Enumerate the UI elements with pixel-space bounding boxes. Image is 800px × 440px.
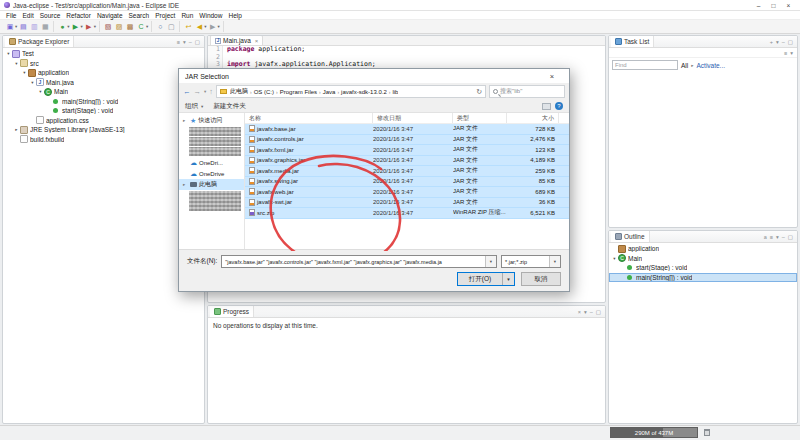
file-row[interactable]: javafx.media.jar2020/1/16 3:47JAR 文件259 … [245,166,569,177]
code-editor[interactable]: 123 package application;import javafx.ap… [208,46,605,69]
sidebar-item[interactable]: ☁OneDri... [179,157,244,168]
maximize-button[interactable]: □ [766,0,781,11]
dropdown-icon[interactable]: ▾ [218,24,220,29]
expander-icon[interactable]: ▾ [13,61,20,66]
sort-icon[interactable]: a [764,234,767,240]
column-header[interactable]: 名称 [245,113,373,123]
maximize-view-icon[interactable]: ▢ [195,39,200,45]
sidebar-item[interactable]: ☁OneDrive [179,168,244,179]
file-row[interactable]: javafx.base.jar2020/1/16 3:47JAR 文件728 K… [245,124,569,135]
file-row[interactable]: javafx-swt.jar2020/1/16 3:47JAR 文件36 KB [245,198,569,209]
new-package-icon[interactable]: ▩ [125,22,135,32]
coverage-icon[interactable]: ▧ [103,22,113,32]
back-icon[interactable]: ◀ [194,22,204,32]
tab-package-explorer[interactable]: Package Explorer [5,36,74,47]
minimize-view-icon[interactable]: – [189,39,192,45]
minimize-view-icon[interactable]: – [782,39,785,45]
clear-completed-icon[interactable]: × [578,309,581,315]
explorer-item[interactable]: ▾CMain [3,87,204,97]
outline-item[interactable]: main(String[]) : void [609,273,797,283]
breadcrumb-segment[interactable]: Program Files [280,89,317,95]
run-gc-trash-icon[interactable] [704,429,710,436]
external-tools-icon[interactable]: ▶ [84,22,94,32]
open-button[interactable]: 打开(O) [458,273,502,285]
dropdown-icon[interactable]: ▾ [81,24,83,29]
menu-run[interactable]: Run [178,12,196,19]
help-icon[interactable]: ? [555,102,563,110]
menu-refactor[interactable]: Refactor [63,12,94,19]
dropdown-icon[interactable]: ▾ [67,24,69,29]
breadcrumb-segment[interactable]: lib [392,89,398,95]
filetype-combo[interactable]: *.jar;*.zip ▾ [501,255,561,268]
file-row[interactable]: javafx.controls.jar2020/1/16 3:47JAR 文件2… [245,135,569,146]
dropdown-icon[interactable]: ▾ [15,24,17,29]
expander-icon[interactable]: ▾ [37,89,44,94]
new-wizard-icon[interactable]: ▣ [5,22,15,32]
outline-item[interactable]: application [609,244,797,254]
file-row[interactable]: javafx.swing.jar2020/1/16 3:47JAR 文件85 K… [245,177,569,188]
open-dropdown-icon[interactable]: ▼ [502,273,514,285]
breadcrumb-segment[interactable]: 此电脑 [230,87,248,96]
view-menu-icon[interactable]: ▾ [776,39,779,45]
tab-outline[interactable]: Outline [611,231,650,242]
maximize-view-icon[interactable]: ▢ [596,309,601,315]
file-row[interactable]: src.zip2020/1/16 3:47WinRAR ZIP 压缩...6,5… [245,208,569,219]
outline-item[interactable]: ▾CMain [609,254,797,264]
expander-icon[interactable]: ▾ [21,70,28,75]
address-bar[interactable]: 此电脑›OS (C:)›Program Files›Java›javafx-sd… [216,85,486,98]
dropdown-icon[interactable]: ▾ [94,24,96,29]
explorer-item[interactable]: start(Stage) : void [3,106,204,116]
view-menu-icon[interactable]: ▾ [584,309,587,315]
menu-file[interactable]: File [3,12,19,19]
filename-dropdown-icon[interactable]: ▾ [485,256,496,267]
cancel-button[interactable]: 取消 [521,272,561,286]
recent-locations-icon[interactable]: ▾ [204,89,206,94]
find-input[interactable]: Find [612,60,678,70]
print-icon[interactable]: ▦ [40,22,50,32]
last-edit-icon[interactable]: ↩ [183,22,193,32]
column-header[interactable]: 修改日期 [373,113,453,123]
chevron-right-icon[interactable]: ▸ [183,118,188,123]
explorer-item[interactable]: application.css [3,116,204,126]
hide-fields-icon[interactable]: ≡ [770,234,773,240]
heap-status-widget[interactable]: 290M of 437M [610,427,698,438]
forward-icon[interactable]: ▶ [208,22,218,32]
scope-label[interactable]: All [681,62,688,69]
save-all-icon[interactable]: ▥ [29,22,39,32]
explorer-item[interactable]: ▾application [3,68,204,78]
menu-window[interactable]: Window [196,12,225,19]
outline-item[interactable]: start(Stage) : void [609,263,797,273]
new-class-icon[interactable]: C [136,22,146,32]
view-mode-icon[interactable] [542,103,551,110]
menu-project[interactable]: Project [152,12,178,19]
expander-icon[interactable]: ▾ [29,80,36,85]
menu-edit[interactable]: Edit [19,12,36,19]
file-row[interactable]: javafx.fxml.jar2020/1/16 3:47JAR 文件123 K… [245,145,569,156]
explorer-item[interactable]: ▾Test [3,49,204,59]
tab-progress[interactable]: Progress [210,306,254,317]
explorer-item[interactable]: ▾src [3,59,204,69]
breadcrumb-segment[interactable]: Java [323,89,336,95]
view-menu-icon[interactable]: ▾ [183,39,186,45]
filename-combo[interactable]: "javafx.base.jar" "javafx.controls.jar" … [221,255,497,268]
explorer-item[interactable]: ▸JRE System Library [JavaSE-13] [3,125,204,135]
filetype-dropdown-icon[interactable]: ▾ [549,256,560,267]
minimize-view-icon[interactable]: – [782,234,785,240]
menu-search[interactable]: Search [126,12,153,19]
tab-task-list[interactable]: Task List [611,36,654,47]
filter-icon[interactable]: ▾ [790,50,793,56]
nav-forward-icon[interactable]: → [194,87,202,96]
expander-icon[interactable]: ▾ [5,51,12,56]
explorer-item[interactable]: build.fxbuild [3,135,204,145]
explorer-item[interactable]: ▾JMain.java [3,78,204,88]
chevron-right-icon[interactable]: ▸ [183,182,188,187]
run-icon[interactable]: ▶ [71,22,81,32]
dropdown-icon[interactable]: ▾ [204,24,206,29]
tab-close-icon[interactable]: × [255,38,259,44]
expander-icon[interactable]: ▾ [611,256,618,261]
new-task-icon[interactable]: + [770,39,773,45]
categorize-icon[interactable]: ≡ [784,50,787,56]
view-menu-icon[interactable]: ▾ [776,234,779,240]
organize-dropdown-icon[interactable]: ▾ [201,104,203,109]
new-folder-button[interactable]: 新建文件夹 [213,102,246,111]
